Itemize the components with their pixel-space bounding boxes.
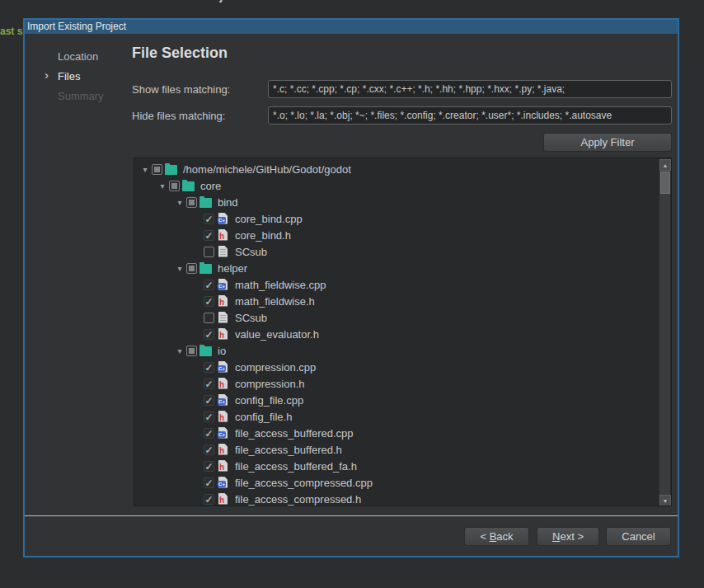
show-files-input[interactable] [268, 80, 672, 98]
header-file-icon: h [217, 460, 229, 473]
checkbox-partial[interactable] [186, 346, 197, 356]
cancel-button[interactable]: Cancel [606, 527, 671, 546]
header-file-icon: h [217, 378, 229, 390]
cpp-file-icon: C+ [217, 279, 229, 291]
expander-icon[interactable]: ▾ [138, 165, 152, 174]
scroll-down-icon[interactable]: ▼ [659, 495, 671, 506]
tree-item-label: core [200, 180, 221, 192]
checkbox-checked[interactable]: ✓ [204, 445, 214, 455]
expander-icon[interactable]: ▾ [173, 264, 186, 273]
tree-row[interactable]: ✓hfile_access_compressed.h [134, 491, 645, 506]
scrollbar-thumb[interactable] [660, 172, 670, 194]
checkbox-checked[interactable]: ✓ [204, 362, 214, 373]
tree-row[interactable]: SCsub [134, 309, 645, 326]
tree-row[interactable]: ✓C+core_bind.cpp [134, 210, 645, 227]
file-icon [217, 312, 229, 324]
expander-icon[interactable]: ▾ [156, 181, 169, 191]
header-file-icon: h [217, 444, 229, 456]
tree-item-label: SCsub [235, 312, 267, 324]
checkbox-checked[interactable]: ✓ [204, 412, 214, 422]
tree-row[interactable]: SCsub [134, 243, 645, 260]
expander-icon[interactable]: ▾ [173, 346, 186, 355]
bottom-separator [25, 515, 678, 516]
tree-row[interactable]: ✓C+file_access_buffered.cpp [134, 425, 645, 441]
tree-row[interactable]: ✓C+config_file.cpp [134, 392, 645, 408]
page-title: File Selection [132, 45, 228, 62]
cpp-file-icon: C+ [217, 427, 229, 440]
file-icon [217, 246, 229, 258]
tree-item-label: SCsub [235, 246, 267, 258]
background-recent-projects-title: Recent Projects [154, 0, 319, 4]
header-file-icon: h [217, 328, 229, 341]
checkbox-checked[interactable]: ✓ [204, 494, 214, 505]
tree-item-label: file_access_compressed.h [235, 493, 361, 506]
checkbox-partial[interactable] [186, 263, 197, 274]
checkbox-unchecked[interactable] [204, 313, 214, 323]
next-button[interactable]: Next > [537, 527, 599, 546]
checkbox-unchecked[interactable] [204, 247, 214, 257]
checkbox-checked[interactable]: ✓ [204, 395, 214, 406]
tree-row[interactable]: ▾helper [134, 260, 645, 276]
tree-row[interactable]: ✓hfile_access_buffered_fa.h [134, 458, 645, 474]
checkbox-partial[interactable] [152, 164, 162, 175]
tree-row[interactable]: ✓hconfig_file.h [134, 408, 645, 425]
header-file-icon: h [217, 411, 229, 423]
scroll-up-icon[interactable]: ▲ [659, 159, 671, 171]
tree-item-label: bind [218, 196, 238, 209]
tree-row[interactable]: ✓C+file_access_compressed.cpp [134, 474, 645, 491]
tree-row[interactable]: ✓C+compression.cpp [134, 359, 645, 375]
sidebar-item-files: Files [58, 70, 80, 82]
tree-row[interactable]: ▾/home/michele/GitHub/Godot/godot [134, 161, 645, 177]
checkbox-checked[interactable]: ✓ [204, 230, 214, 241]
tree-item-label: config_file.h [235, 411, 292, 423]
tree-item-label: compression.cpp [235, 361, 316, 374]
checkbox-checked[interactable]: ✓ [204, 296, 214, 307]
tree-row[interactable]: ✓hcore_bind.h [134, 227, 645, 243]
tree-item-label: core_bind.h [235, 229, 291, 242]
checkbox-partial[interactable] [186, 197, 197, 208]
dialog-titlebar[interactable]: Import Existing Project [25, 20, 678, 34]
tree-item-label: file_access_buffered.h [235, 444, 342, 456]
folder-icon [199, 346, 212, 356]
tree-row[interactable]: ✓hvalue_evaluator.h [134, 326, 645, 342]
background-left-text-fragment: ast s [0, 26, 22, 37]
tree-item-label: helper [218, 262, 247, 275]
tree-scrollbar[interactable]: ▲ ▼ [659, 159, 670, 506]
checkbox-checked[interactable]: ✓ [204, 329, 214, 340]
tree-row[interactable]: ✓hfile_access_buffered.h [134, 441, 645, 458]
tree-row[interactable]: ▾bind [134, 194, 645, 210]
hide-files-label: Hide files matching: [132, 110, 225, 122]
chevron-right-icon: › [45, 69, 49, 80]
tree-row[interactable]: ✓C+math_fieldwise.cpp [134, 276, 645, 293]
tree-item-label: /home/michele/GitHub/Godot/godot [183, 163, 351, 176]
tree-item-label: file_access_buffered_fa.h [235, 460, 357, 473]
tree-item-label: math_fieldwise.cpp [235, 279, 326, 291]
folder-icon [182, 181, 195, 191]
expander-icon[interactable]: ▾ [173, 198, 186, 207]
checkbox-checked[interactable]: ✓ [204, 379, 214, 389]
header-file-icon: h [217, 229, 229, 242]
tree-row[interactable]: ✓hcompression.h [134, 375, 645, 392]
tree-item-label: file_access_buffered.cpp [235, 427, 354, 440]
tree-item-label: core_bind.cpp [235, 213, 303, 225]
checkbox-checked[interactable]: ✓ [204, 280, 214, 290]
tree-item-label: io [218, 345, 226, 357]
hide-files-input[interactable] [268, 106, 672, 125]
header-file-icon: h [217, 295, 229, 308]
checkbox-checked[interactable]: ✓ [204, 214, 214, 224]
tree-row[interactable]: ✓hmath_fieldwise.h [134, 293, 645, 309]
checkbox-checked[interactable]: ✓ [204, 477, 214, 488]
tree-item-label: file_access_compressed.cpp [235, 477, 373, 489]
checkbox-checked[interactable]: ✓ [204, 461, 214, 472]
checkbox-checked[interactable]: ✓ [204, 428, 214, 439]
apply-filter-button[interactable]: Apply Filter [543, 133, 672, 152]
tree-item-label: compression.h [235, 378, 305, 390]
show-files-label: Show files matching: [132, 83, 230, 96]
tree-row[interactable]: ▾core [134, 177, 645, 194]
tree-row[interactable]: ▾io [134, 342, 645, 359]
checkbox-partial[interactable] [169, 181, 180, 191]
folder-icon [199, 198, 212, 208]
cpp-file-icon: C+ [217, 361, 229, 374]
back-button[interactable]: < Back [464, 527, 529, 546]
file-tree: ▾/home/michele/GitHub/Godot/godot▾core▾b… [134, 158, 672, 506]
